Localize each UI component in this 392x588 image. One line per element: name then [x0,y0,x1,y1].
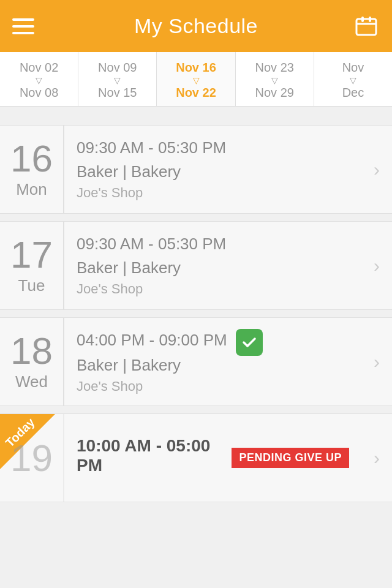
day-column-17: 17 Tue [0,222,64,309]
week-nov23[interactable]: Nov 23 ▽ Nov 29 [236,52,314,106]
day-name: Mon [16,180,47,199]
svg-rect-2 [361,17,364,22]
item-time-18: 04:00 PM - 09:00 PM [77,331,227,350]
day-number: 18 [10,332,53,370]
day-column-18: 18 Wed [0,318,64,405]
day-name: Tue [18,276,45,295]
chevron-right-icon: › [361,318,392,405]
menu-icon[interactable] [12,13,39,40]
schedule-row-tue17[interactable]: 17 Tue 09:30 AM - 05:30 PM Baker | Baker… [0,221,392,310]
item-location-17: Joe's Shop [77,281,349,297]
item-content-19: 10:00 AM - 05:00 PM PENDING GIVE UP [64,414,361,502]
section-spacer [0,107,392,125]
page-title: My Schedule [134,14,258,38]
pending-giveup-badge: PENDING GIVE UP [232,448,349,468]
item-role-16: Baker | Bakery [77,162,349,181]
item-time-19: 10:00 AM - 05:00 PM [77,436,223,475]
day-name: Wed [15,372,48,391]
item-time-16: 09:30 AM - 05:30 PM [77,138,349,157]
item-location-18: Joe's Shop [77,379,349,394]
schedule-row-thu19[interactable]: Today 19 10:00 AM - 05:00 PM PENDING GIV… [0,413,392,502]
week-nov02[interactable]: Nov 02 ▽ Nov 08 [0,52,78,106]
item-role-18: Baker | Bakery [77,356,349,375]
day-column-16: 16 Mon [0,126,64,213]
day-number: 16 [10,140,53,178]
chevron-right-icon: › [361,222,392,309]
chevron-right-icon: › [361,414,392,502]
checkmark-badge [236,329,263,356]
svg-rect-3 [369,17,371,22]
schedule-row-mon16[interactable]: 16 Mon 09:30 AM - 05:30 PM Baker | Baker… [0,125,392,214]
calendar-icon[interactable] [353,13,380,40]
day-number: 19 [10,439,53,477]
week-nov16[interactable]: Nov 16 ▽ Nov 22 [157,52,235,106]
schedule-row-wed18[interactable]: 18 Wed 04:00 PM - 09:00 PM Baker | Baker… [0,317,392,406]
item-content-18: 04:00 PM - 09:00 PM Baker | Bakery Joe's… [64,318,361,405]
week-nov09[interactable]: Nov 09 ▽ Nov 15 [78,52,157,106]
day-number: 17 [10,236,53,274]
day-column-19: 19 [0,414,64,502]
item-role-17: Baker | Bakery [77,258,349,277]
item-time-17: 09:30 AM - 05:30 PM [77,235,349,254]
week-nov30[interactable]: Nov ▽ Dec [314,52,392,106]
item-content-17: 09:30 AM - 05:30 PM Baker | Bakery Joe's… [64,222,361,309]
item-location-16: Joe's Shop [77,185,349,201]
chevron-right-icon: › [361,126,392,213]
item-content-16: 09:30 AM - 05:30 PM Baker | Bakery Joe's… [64,126,361,213]
header: My Schedule [0,0,392,52]
svg-rect-0 [356,19,376,35]
week-selector: Nov 02 ▽ Nov 08 Nov 09 ▽ Nov 15 Nov 16 ▽… [0,52,392,107]
